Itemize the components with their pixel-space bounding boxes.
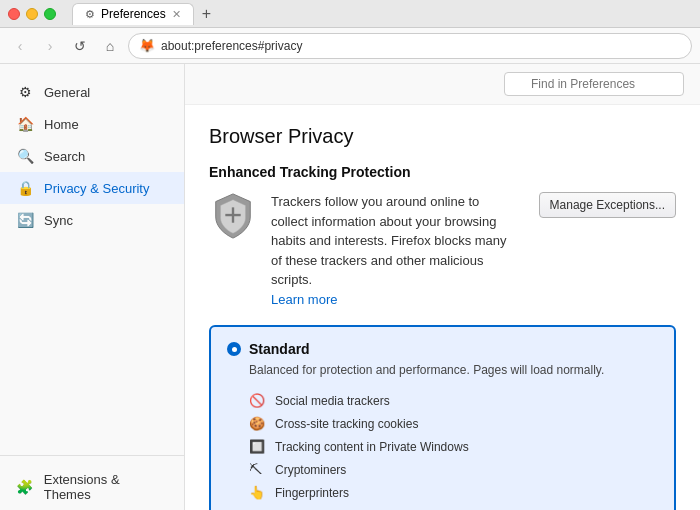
find-wrapper: 🔍 [504,72,684,96]
tracker-list: 🚫 Social media trackers 🍪 Cross-site tra… [249,389,658,504]
preferences-tab[interactable]: ⚙ Preferences ✕ [72,3,194,25]
tracking-section: Trackers follow you around online to col… [209,192,676,309]
standard-label: Standard [249,341,310,357]
maximize-window-button[interactable] [44,8,56,20]
tracker-label: Cross-site tracking cookies [275,417,418,431]
sidebar-item-sync[interactable]: 🔄 Sync [0,204,184,236]
standard-desc: Balanced for protection and performance.… [249,363,658,377]
list-item: 🍪 Cross-site tracking cookies [249,412,658,435]
sidebar-item-label: Privacy & Security [44,181,149,196]
sidebar: ⚙ General 🏠 Home 🔍 Search 🔒 Privacy & Se… [0,64,185,510]
sidebar-item-privacy[interactable]: 🔒 Privacy & Security [0,172,184,204]
minimize-window-button[interactable] [26,8,38,20]
extensions-icon: 🧩 [16,479,34,495]
reload-button[interactable]: ↺ [68,34,92,58]
home-button[interactable]: ⌂ [98,34,122,58]
shield-icon [212,192,254,240]
tracker-label: Fingerprinters [275,486,349,500]
tab-title: Preferences [101,7,166,21]
general-icon: ⚙ [16,84,34,100]
tracking-description: Trackers follow you around online to col… [271,192,517,309]
private-tracker-icon: 🔲 [249,439,267,454]
sync-icon: 🔄 [16,212,34,228]
social-tracker-icon: 🚫 [249,393,267,408]
back-button[interactable]: ‹ [8,34,32,58]
sidebar-item-search[interactable]: 🔍 Search [0,140,184,172]
cookie-tracker-icon: 🍪 [249,416,267,431]
url-text: about:preferences#privacy [161,39,302,53]
main-layout: ⚙ General 🏠 Home 🔍 Search 🔒 Privacy & Se… [0,64,700,510]
search-icon: 🔍 [16,148,34,164]
new-tab-button[interactable]: + [202,5,211,23]
find-in-preferences-input[interactable] [504,72,684,96]
standard-card: Standard Balanced for protection and per… [209,325,676,510]
tracker-label: Tracking content in Private Windows [275,440,469,454]
list-item: ⛏ Cryptominers [249,458,658,481]
sidebar-item-label: Sync [44,213,73,228]
close-window-button[interactable] [8,8,20,20]
lock-icon: 🔒 [16,180,34,196]
list-item: 🔲 Tracking content in Private Windows [249,435,658,458]
firefox-icon: 🦊 [139,38,155,53]
learn-more-link[interactable]: Learn more [271,292,337,307]
list-item: 🚫 Social media trackers [249,389,658,412]
sidebar-item-label: Extensions & Themes [44,472,168,502]
shield-icon-wrap [209,192,257,240]
sidebar-item-label: Search [44,149,85,164]
sidebar-item-general[interactable]: ⚙ General [0,76,184,108]
sidebar-item-home[interactable]: 🏠 Home [0,108,184,140]
manage-exceptions-button[interactable]: Manage Exceptions... [539,192,676,218]
standard-header: Standard [227,341,658,357]
address-bar[interactable]: 🦊 about:preferences#privacy [128,33,692,59]
fingerprint-tracker-icon: 👆 [249,485,267,500]
sidebar-item-label: General [44,85,90,100]
sidebar-item-label: Home [44,117,79,132]
page-title: Browser Privacy [209,125,676,148]
standard-radio[interactable] [227,342,241,356]
navbar: ‹ › ↺ ⌂ 🦊 about:preferences#privacy [0,28,700,64]
list-item: 👆 Fingerprinters [249,481,658,504]
sidebar-item-extensions[interactable]: 🧩 Extensions & Themes [0,464,184,510]
traffic-lights [8,8,56,20]
titlebar: ⚙ Preferences ✕ + [0,0,700,28]
tab-close-button[interactable]: ✕ [172,8,181,21]
content-area: 🔍 Browser Privacy Enhanced Tracking Prot… [185,64,700,510]
tab-gear-icon: ⚙ [85,8,95,21]
crypto-tracker-icon: ⛏ [249,462,267,477]
tracker-label: Cryptominers [275,463,346,477]
tab-bar: ⚙ Preferences ✕ + [72,3,692,25]
section-title: Enhanced Tracking Protection [209,164,676,180]
home-icon: 🏠 [16,116,34,132]
forward-button[interactable]: › [38,34,62,58]
find-bar: 🔍 [185,64,700,105]
content-inner: Browser Privacy Enhanced Tracking Protec… [185,105,700,510]
tracker-label: Social media trackers [275,394,390,408]
